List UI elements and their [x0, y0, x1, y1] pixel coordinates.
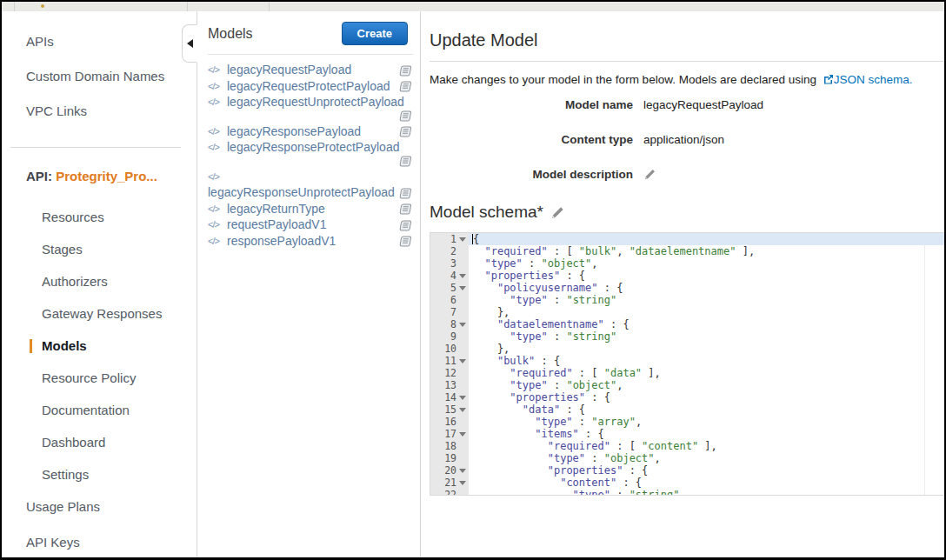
app-window: APIsCustom Domain NamesVPC Links API: Pr…	[0, 0, 946, 560]
schema-heading-label: Model schema*	[430, 203, 543, 222]
editor-line-10: 10 },	[430, 343, 944, 355]
schema-editor[interactable]: 1{2 "required" : [ "bulk", "dataelementn…	[430, 232, 944, 496]
model-list: </>legacyRequestPayload</>legacyRequestP…	[197, 62, 420, 249]
schema-heading: Model schema*	[430, 203, 944, 222]
documentation-book-icon[interactable]	[398, 65, 411, 77]
sidebar-item-stages[interactable]: Stages	[2, 242, 197, 257]
edit-schema-button[interactable]	[550, 205, 565, 220]
fold-arrow-icon[interactable]	[459, 481, 466, 485]
model-link-legacyRequestUnprotectPayload[interactable]: legacyRequestUnprotectPayload	[227, 94, 404, 110]
documentation-book-icon[interactable]	[398, 81, 411, 92]
title-divider	[430, 61, 944, 62]
editor-line-12: 12 "required" : [ "data" ],	[430, 367, 944, 379]
editor-line-20: 20 "properties" : {	[430, 464, 944, 477]
code-text: },	[469, 343, 944, 355]
top-bar-divider	[187, 2, 188, 11]
gutter-line-number: 7	[430, 306, 469, 318]
top-bar-divider	[269, 2, 270, 11]
model-link-legacyResponseProtectPayload[interactable]: legacyResponseProtectPayload	[227, 139, 399, 156]
code-text: "items" : {	[469, 428, 944, 440]
editor-line-5: 5 "policyusername" : {	[430, 282, 944, 294]
code-icon: </>	[208, 123, 227, 140]
code-text: "type" : "string"	[469, 294, 944, 306]
sidebar-item-usage-plans[interactable]: Usage Plans	[2, 499, 197, 515]
documentation-book-icon[interactable]	[398, 236, 411, 247]
model-list-item: </>legacyResponseProtectPayload	[208, 139, 411, 169]
model-link-responsePayloadV1[interactable]: responsePayloadV1	[227, 233, 336, 250]
top-bar-divider	[14, 2, 15, 11]
documentation-book-icon[interactable]	[398, 188, 411, 199]
fold-arrow-icon[interactable]	[459, 432, 466, 437]
model-list-item: </>responsePayloadV1	[208, 233, 411, 250]
code-icon: </>	[208, 201, 227, 217]
main-panel: Update Model Make changes to your model …	[421, 11, 944, 557]
code-text: "dataelementname" : {	[469, 318, 944, 330]
json-schema-link[interactable]: JSON schema.	[820, 73, 913, 86]
fold-arrow-icon[interactable]	[459, 396, 466, 400]
code-text: "type" : "string"	[469, 489, 944, 496]
collapse-panel-button[interactable]	[182, 24, 197, 63]
model-list-item: </>legacyRequestProtectPayload	[208, 78, 411, 95]
sidebar-item-resources[interactable]: Resources	[2, 210, 197, 225]
favicon-dot	[41, 4, 44, 8]
sidebar-item-api-keys[interactable]: API Keys	[2, 535, 197, 550]
model-link-legacyRequestPayload[interactable]: legacyRequestPayload	[227, 62, 351, 78]
code-text: "type" : "object",	[469, 257, 944, 270]
create-model-button[interactable]: Create	[342, 22, 408, 45]
fold-arrow-icon[interactable]	[459, 274, 466, 278]
sidebar-item-models[interactable]: Models	[2, 338, 197, 354]
gutter-line-number: 21	[430, 477, 469, 489]
gutter-line-number: 18	[430, 440, 469, 452]
sidebar-item-resource-policy[interactable]: Resource Policy	[2, 370, 197, 386]
model-link-legacyResponseUnprotectPayload[interactable]: legacyResponseUnprotectPayload	[208, 184, 395, 201]
edit-model-description-button[interactable]	[633, 168, 656, 181]
documentation-book-icon[interactable]	[398, 110, 411, 122]
model-link-requestPayloadV1[interactable]: requestPayloadV1	[227, 217, 326, 233]
sidebar-item-vpc-links[interactable]: VPC Links	[2, 103, 197, 119]
gutter-line-number: 9	[430, 330, 469, 343]
code-text: "required" : [ "bulk", "dataelementname"…	[469, 245, 944, 257]
gutter-line-number: 17	[430, 428, 469, 440]
sidebar-item-documentation[interactable]: Documentation	[2, 403, 197, 418]
documentation-book-icon[interactable]	[398, 156, 411, 167]
fold-arrow-icon[interactable]	[459, 469, 466, 473]
code-text: "bulk" : {	[469, 355, 944, 367]
fold-arrow-icon[interactable]	[459, 323, 466, 327]
sidebar-item-dashboard[interactable]: Dashboard	[2, 435, 197, 450]
json-schema-link-label: JSON schema.	[834, 73, 913, 86]
documentation-book-icon[interactable]	[398, 203, 411, 215]
sidebar-api-heading[interactable]: API: Protegrity_Pro...	[2, 169, 197, 184]
gutter-line-number: 13	[430, 379, 469, 391]
code-text: "required" : [ "data" ],	[469, 367, 944, 379]
sidebar-item-gateway-responses[interactable]: Gateway Responses	[2, 306, 197, 322]
sidebar-item-custom-domain-names[interactable]: Custom Domain Names	[2, 69, 197, 84]
code-text: "properties" : {	[469, 464, 944, 477]
code-text: {	[469, 233, 944, 245]
editor-line-2: 2 "required" : [ "bulk", "dataelementnam…	[430, 245, 944, 257]
sidebar-item-settings[interactable]: Settings	[2, 467, 197, 483]
fold-arrow-icon[interactable]	[459, 237, 466, 242]
documentation-book-icon[interactable]	[398, 220, 411, 231]
sidebar-bottom-nav: Usage PlansAPI Keys	[2, 499, 197, 550]
model-link-legacyReturnType[interactable]: legacyReturnType	[227, 201, 325, 217]
form-row-model-description: Model description	[430, 168, 944, 181]
gutter-line-number: 3	[430, 257, 469, 270]
form-row-model-name: Model namelegacyRequestPayload	[430, 98, 944, 111]
fold-arrow-icon[interactable]	[459, 408, 466, 412]
editor-line-19: 19 "type" : "object",	[430, 452, 944, 464]
sidebar-item-authorizers[interactable]: Authorizers	[2, 274, 197, 290]
gutter-line-number: 12	[430, 367, 469, 379]
field-label: Content type	[430, 133, 633, 146]
sidebar-item-apis[interactable]: APIs	[2, 34, 197, 50]
gutter-line-number: 6	[430, 294, 469, 306]
editor-line-15: 15 "data" : {	[430, 403, 944, 416]
fold-arrow-icon[interactable]	[459, 286, 466, 290]
editor-line-21: 21 "content" : {	[430, 477, 944, 489]
editor-line-8: 8 "dataelementname" : {	[430, 318, 944, 330]
sidebar-top-nav: APIsCustom Domain NamesVPC Links	[2, 34, 197, 119]
model-link-legacyResponsePayload[interactable]: legacyResponsePayload	[227, 123, 361, 140]
field-label: Model name	[430, 98, 633, 111]
model-link-legacyRequestProtectPayload[interactable]: legacyRequestProtectPayload	[227, 78, 390, 95]
documentation-book-icon[interactable]	[398, 126, 411, 137]
fold-arrow-icon[interactable]	[459, 359, 466, 363]
